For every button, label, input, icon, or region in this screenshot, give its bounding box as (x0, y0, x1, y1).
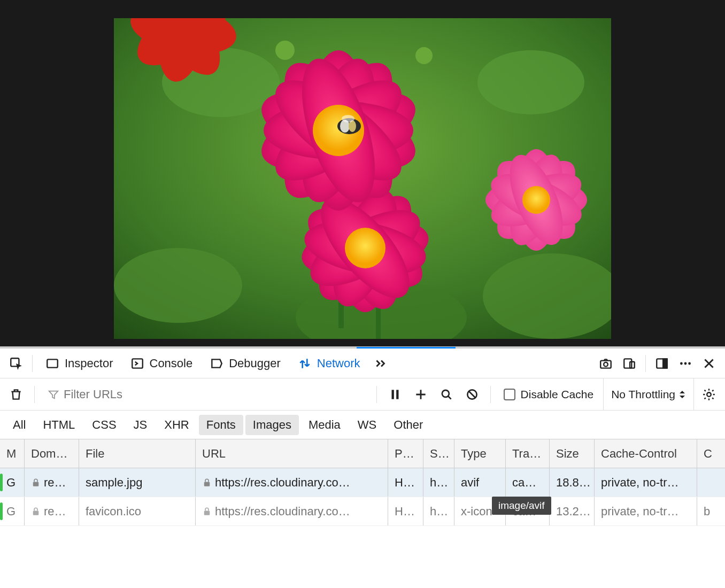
filter-images[interactable]: Images (245, 415, 299, 435)
search-button[interactable] (436, 384, 457, 405)
svg-rect-56 (663, 359, 667, 368)
requests-table: M Dom… File URL P… S… Type Tra… Size Cac… (0, 439, 725, 526)
lock-icon (31, 507, 41, 516)
filter-media[interactable]: Media (301, 415, 348, 435)
tab-console-label: Console (150, 357, 193, 370)
cell-cache-control: private, no-tr… (595, 497, 697, 525)
tab-inspector[interactable]: Inspector (38, 352, 121, 375)
cell-rest (697, 468, 725, 497)
col-domain[interactable]: Dom… (25, 439, 79, 468)
dock-button[interactable] (651, 353, 673, 374)
cell-method: G (0, 497, 25, 525)
status-indicator (0, 474, 3, 491)
disable-cache-toggle[interactable]: Disable Cache (498, 388, 599, 401)
disable-cache-label: Disable Cache (521, 388, 594, 401)
cell-size: 18.8… (550, 468, 595, 497)
pause-button[interactable] (384, 384, 406, 405)
svg-rect-66 (204, 482, 210, 486)
filter-fonts[interactable]: Fonts (199, 415, 243, 435)
overflow-tabs-button[interactable] (370, 353, 391, 374)
svg-point-52 (604, 362, 608, 366)
svg-point-1 (114, 248, 242, 323)
svg-point-62 (442, 390, 449, 397)
svg-point-64 (707, 392, 711, 397)
throttling-select[interactable]: No Throttling (603, 378, 694, 410)
tab-network[interactable]: Network (290, 352, 368, 375)
svg-point-59 (688, 362, 691, 365)
filter-css[interactable]: CSS (84, 415, 124, 435)
more-button[interactable] (675, 353, 696, 374)
filter-js[interactable]: JS (126, 415, 155, 435)
table-header: M Dom… File URL P… S… Type Tra… Size Cac… (0, 439, 725, 468)
table-row[interactable]: G re… sample.jpg https://res.cloudinary.… (0, 468, 725, 497)
col-file[interactable]: File (79, 439, 196, 468)
svg-point-57 (680, 362, 683, 365)
svg-rect-60 (391, 390, 394, 399)
cell-size: 13.2… (550, 497, 595, 525)
svg-point-45 (342, 115, 354, 122)
pick-element-button[interactable] (5, 353, 27, 374)
lock-icon (31, 478, 41, 488)
lock-icon (202, 507, 212, 516)
type-filter-row: All HTML CSS JS XHR Fonts Images Media W… (0, 411, 725, 439)
svg-rect-49 (47, 359, 58, 367)
cell-status: h… (423, 497, 454, 525)
network-toolbar: Filter URLs Disable Cache No Throttling (0, 378, 725, 411)
filter-xhr[interactable]: XHR (157, 415, 196, 435)
cell-url: https://res.cloudinary.co… (196, 497, 388, 525)
filter-urls-input[interactable]: Filter URLs (42, 388, 369, 401)
col-transferred[interactable]: Tra… (506, 439, 550, 468)
responsive-design-button[interactable] (619, 353, 640, 374)
table-row[interactable]: G re… favicon.ico https://res.cloudinary… (0, 497, 725, 526)
tab-debugger-label: Debugger (229, 357, 281, 370)
svg-point-47 (415, 47, 433, 64)
screenshot-button[interactable] (595, 353, 616, 374)
col-status[interactable]: S… (423, 439, 454, 468)
svg-rect-65 (33, 482, 39, 486)
cell-transferred: ca… (506, 468, 550, 497)
cell-cache-control: private, no-tr… (595, 468, 697, 497)
col-protocol[interactable]: P… (388, 439, 423, 468)
cell-file: sample.jpg (79, 468, 196, 497)
throttling-value: No Throttling (611, 388, 675, 401)
svg-rect-61 (396, 390, 398, 399)
filter-ws[interactable]: WS (350, 415, 384, 435)
clear-button[interactable] (5, 384, 27, 405)
preview-image (114, 18, 611, 339)
col-cache-control[interactable]: Cache-Control (595, 439, 697, 468)
svg-point-30 (345, 228, 385, 268)
filter-all[interactable]: All (5, 415, 33, 435)
svg-point-3 (477, 50, 584, 114)
tab-inspector-label: Inspector (65, 357, 113, 370)
filter-html[interactable]: HTML (35, 415, 82, 435)
tab-console[interactable]: Console (123, 352, 200, 375)
filter-other[interactable]: Other (386, 415, 430, 435)
col-url[interactable]: URL (196, 439, 388, 468)
col-type[interactable]: Type (454, 439, 506, 468)
type-tooltip: image/avif (492, 497, 551, 515)
cell-domain: re… (25, 497, 79, 525)
close-devtools-button[interactable] (698, 353, 720, 374)
settings-button[interactable] (698, 384, 720, 405)
devtools-panel: Inspector Console Debugger Network (0, 346, 725, 526)
disable-cache-checkbox[interactable] (504, 389, 515, 400)
block-button[interactable] (461, 384, 483, 405)
cell-method: G (0, 468, 25, 497)
col-size[interactable]: Size (550, 439, 595, 468)
cell-type: avif (454, 468, 506, 497)
filter-placeholder: Filter URLs (64, 388, 122, 401)
tab-debugger[interactable]: Debugger (202, 352, 288, 375)
svg-rect-67 (33, 510, 39, 515)
add-button[interactable] (410, 384, 431, 405)
col-method[interactable]: M (0, 439, 25, 468)
devtools-tab-strip: Inspector Console Debugger Network (0, 349, 725, 378)
svg-rect-68 (204, 510, 210, 515)
active-tab-indicator (357, 347, 456, 349)
image-preview-area (0, 0, 725, 346)
cell-domain: re… (25, 468, 79, 497)
cell-status: h… (423, 468, 454, 497)
status-indicator (0, 502, 3, 520)
col-rest[interactable]: C (697, 439, 725, 468)
svg-point-58 (684, 362, 687, 365)
lock-icon (202, 478, 212, 488)
